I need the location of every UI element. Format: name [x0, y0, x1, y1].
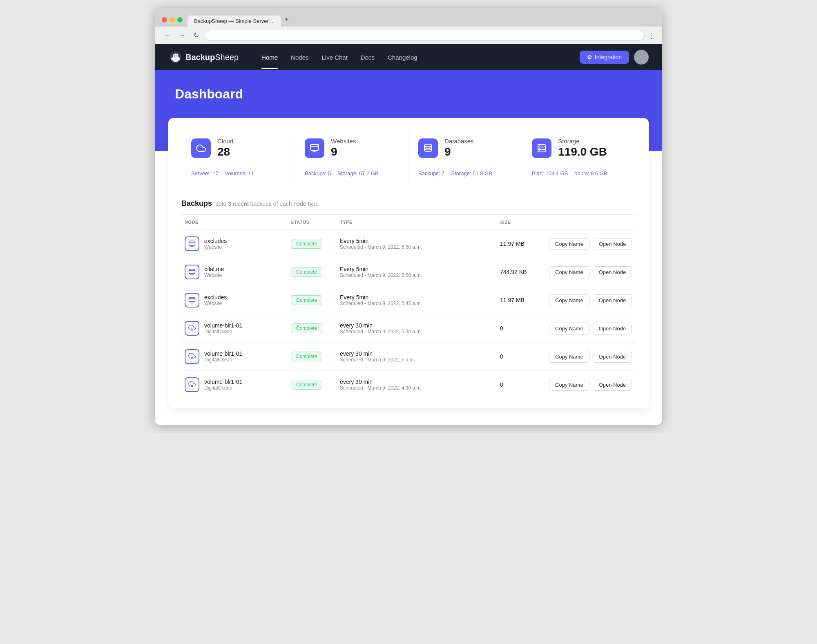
table-row: excludes Website Complete Every 5min Sch… [181, 230, 636, 258]
main-nav: Home Nodes Live Chat Docs Changelog [255, 46, 580, 69]
app-content: BackupSheep Home Nodes Live Chat Docs Ch… [155, 44, 662, 425]
nav-livechat[interactable]: Live Chat [315, 46, 354, 69]
website-storage-link[interactable]: Storage: 67.2 GB [337, 170, 378, 176]
open-node-button[interactable]: Open Node [593, 323, 632, 334]
type-cell: every 30 min Scheduled - March 9, 2022, … [337, 350, 497, 363]
type-cell: Every 5min Scheduled - March 9, 2022, 5:… [337, 238, 497, 250]
dashboard-card: Cloud 28 Servers: 17 Volumes: 11 [168, 118, 649, 408]
yours-link[interactable]: Yours: 9.6 GB [574, 170, 607, 176]
copy-name-button[interactable]: Copy Name [549, 266, 589, 278]
open-node-button[interactable]: Open Node [593, 266, 632, 278]
node-info: volume-blr1-01 DigitalOcean [204, 379, 242, 391]
node-info: excludes Website [204, 238, 227, 250]
servers-link[interactable]: Servers: 17 [191, 170, 218, 176]
svg-rect-13 [189, 241, 195, 245]
window-controls [162, 17, 183, 22]
stat-websites-text: Websites 9 [331, 138, 356, 158]
active-tab[interactable]: BackupSheep — Simple Server ... [188, 16, 281, 27]
type-cell: Every 5min Scheduled - March 9, 2022, 5:… [337, 294, 497, 306]
svg-point-10 [539, 145, 540, 146]
svg-rect-7 [310, 145, 319, 150]
row-actions: Copy Name Open Node [546, 379, 636, 391]
volumes-link[interactable]: Volumes: 11 [225, 170, 254, 176]
row-actions: Copy Name Open Node [546, 323, 636, 334]
svg-rect-9 [538, 145, 545, 152]
brand-logo[interactable]: BackupSheep [168, 50, 239, 65]
nav-nodes[interactable]: Nodes [284, 46, 315, 69]
browser-menu-button[interactable]: ⋮ [648, 31, 655, 40]
status-cell: Complete [288, 239, 337, 249]
status-cell: Complete [288, 267, 337, 277]
status-badge: Complete [291, 239, 322, 249]
node-cell: volume-blr1-01 DigitalOcean [181, 377, 288, 392]
backups-header: Backups upto 3 recent backups of each no… [181, 199, 636, 208]
db-storage-link[interactable]: Storage: 51.8 GB [451, 170, 492, 176]
minimize-window-btn[interactable] [170, 17, 175, 22]
open-node-button[interactable]: Open Node [593, 379, 632, 391]
stat-databases-header: Databases 9 [418, 138, 512, 158]
node-cell: bilal.me Website [181, 265, 288, 279]
size-cell: 11.97 MB [497, 296, 546, 304]
browser-titlebar: BackupSheep — Simple Server ... + [155, 8, 662, 27]
stat-databases-footer: Backups: 7 Storage: 51.8 GB [418, 165, 512, 176]
gear-icon: ⚙ [587, 54, 592, 60]
navbar: BackupSheep Home Nodes Live Chat Docs Ch… [155, 44, 662, 70]
type-cell: Every 5min Scheduled - March 9, 2022, 5:… [337, 266, 497, 278]
col-actions [546, 220, 636, 225]
tab-bar: BackupSheep — Simple Server ... + [188, 13, 655, 27]
status-cell: Complete [288, 352, 337, 361]
size-cell: 744.92 KB [497, 268, 546, 276]
integration-button[interactable]: ⚙ Integration [580, 51, 629, 64]
maximize-window-btn[interactable] [177, 17, 183, 22]
nav-changelog[interactable]: Changelog [381, 46, 424, 69]
table-row: volume-blr1-01 DigitalOcean Complete eve… [181, 343, 636, 371]
navbar-right: ⚙ Integration [580, 50, 649, 65]
nav-home[interactable]: Home [255, 46, 284, 69]
stat-databases: Databases 9 Backups: 7 Storage: 51.8 GB [408, 131, 522, 186]
size-cell: 0 [497, 353, 546, 360]
forward-button[interactable]: → [176, 30, 188, 41]
new-tab-button[interactable]: + [283, 13, 290, 27]
stats-row: Cloud 28 Servers: 17 Volumes: 11 [181, 131, 636, 186]
open-node-button[interactable]: Open Node [593, 294, 632, 306]
table-row: excludes Website Complete Every 5min Sch… [181, 286, 636, 314]
db-backups-link[interactable]: Backups: 7 [418, 170, 444, 176]
copy-name-button[interactable]: Copy Name [549, 351, 589, 363]
user-avatar[interactable] [634, 50, 649, 65]
website-node-icon [185, 265, 199, 279]
node-info: bilal.me Website [204, 266, 224, 278]
row-actions: Copy Name Open Node [546, 294, 636, 306]
tab-label: BackupSheep — Simple Server ... [194, 18, 275, 24]
copy-name-button[interactable]: Copy Name [549, 379, 589, 391]
status-badge: Complete [291, 295, 322, 305]
open-node-button[interactable]: Open Node [593, 238, 632, 250]
stat-websites-header: Websites 9 [305, 138, 398, 158]
svg-point-5 [174, 56, 175, 57]
copy-name-button[interactable]: Copy Name [549, 238, 589, 250]
table-row: bilal.me Website Complete Every 5min Sch… [181, 258, 636, 286]
logo-icon [168, 50, 183, 65]
copy-name-button[interactable]: Copy Name [549, 294, 589, 306]
stat-websites-footer: Backups: 5 Storage: 67.2 GB [305, 165, 398, 176]
main-content: Cloud 28 Servers: 17 Volumes: 11 [155, 118, 662, 425]
row-actions: Copy Name Open Node [546, 351, 636, 363]
plan-link[interactable]: Plan: 109.4 GB [532, 170, 568, 176]
nav-docs[interactable]: Docs [354, 46, 381, 69]
stat-storage-header: Storage 119.0 GB [532, 138, 626, 158]
status-cell: Complete [288, 323, 337, 333]
address-bar[interactable] [205, 30, 645, 41]
copy-name-button[interactable]: Copy Name [549, 323, 589, 334]
website-backups-link[interactable]: Backups: 5 [305, 170, 331, 176]
reload-button[interactable]: ↻ [191, 30, 201, 41]
backups-subtitle: upto 3 recent backups of each node type [215, 201, 319, 207]
close-window-btn[interactable] [162, 17, 167, 22]
open-node-button[interactable]: Open Node [593, 351, 632, 363]
page-title: Dashboard [175, 87, 642, 102]
table-row: volume-blr1-01 DigitalOcean Complete eve… [181, 371, 636, 399]
stat-databases-text: Databases 9 [444, 138, 474, 158]
back-button[interactable]: ← [162, 30, 173, 41]
svg-point-6 [176, 56, 178, 57]
table-row: volume-blr1-01 DigitalOcean Complete eve… [181, 314, 636, 343]
svg-point-8 [424, 144, 432, 147]
website-node-icon [185, 293, 199, 308]
